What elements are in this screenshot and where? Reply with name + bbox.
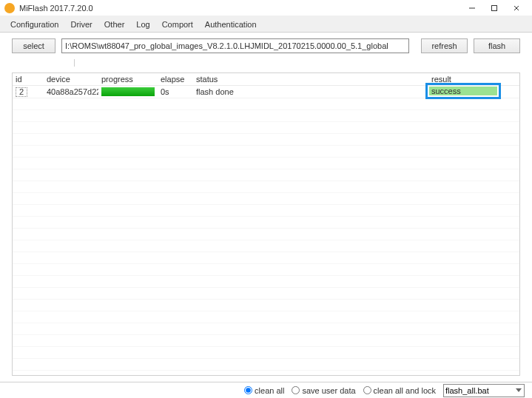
refresh-button[interactable]: refresh — [421, 38, 468, 53]
cell-status: flash done — [193, 86, 428, 98]
maximize-button[interactable] — [483, 1, 505, 15]
header-id[interactable]: id — [13, 73, 44, 85]
header-status[interactable]: status — [193, 73, 428, 85]
device-table: id device progress elapse status result … — [12, 72, 520, 376]
radio-clean-all-lock-label: clean all and lock — [374, 386, 436, 395]
menu-driver[interactable]: Driver — [64, 18, 98, 31]
cell-elapse: 0s — [158, 86, 193, 98]
radio-clean-all-lock[interactable]: clean all and lock — [363, 386, 436, 395]
radio-save-user-data[interactable]: save user data — [292, 386, 355, 395]
svg-rect-1 — [492, 5, 497, 10]
radio-clean-all-label: clean all — [255, 386, 284, 395]
cell-id: 2 — [13, 86, 44, 98]
header-progress[interactable]: progress — [98, 73, 158, 85]
header-device[interactable]: device — [44, 73, 98, 85]
menu-log[interactable]: Log — [130, 18, 155, 31]
menu-configuration[interactable]: Configuration — [4, 18, 64, 31]
flash-button[interactable]: flash — [474, 38, 520, 53]
cell-device: 40a88a257d22 — [44, 86, 98, 98]
separator-tick — [74, 59, 75, 67]
select-button[interactable]: select — [12, 38, 55, 53]
radio-save-user-data-label: save user data — [302, 386, 355, 395]
toolbar: select refresh flash — [0, 33, 532, 59]
separator — [0, 59, 532, 72]
bottom-bar: clean all save user data clean all and l… — [0, 382, 532, 398]
window-title: MiFlash 2017.7.20.0 — [19, 4, 461, 13]
bat-select[interactable] — [443, 384, 525, 397]
radio-clean-all-input[interactable] — [244, 386, 252, 394]
table-row[interactable]: 2 40a88a257d22 0s flash done success — [13, 86, 519, 98]
radio-clean-all[interactable]: clean all — [244, 386, 284, 395]
empty-rows — [13, 98, 519, 375]
result-highlight: success — [425, 83, 501, 99]
minimize-button[interactable] — [461, 1, 483, 15]
menu-bar: Configuration Driver Other Log Comport A… — [0, 16, 532, 33]
header-elapse[interactable]: elapse — [158, 73, 193, 85]
close-button[interactable] — [505, 1, 528, 15]
flash-mode-group: clean all save user data clean all and l… — [244, 386, 436, 395]
rom-path-input[interactable] — [61, 38, 409, 53]
radio-clean-all-lock-input[interactable] — [363, 386, 371, 394]
menu-authentication[interactable]: Authentication — [199, 18, 263, 31]
progress-bar — [101, 87, 155, 96]
title-bar: MiFlash 2017.7.20.0 — [0, 0, 532, 16]
cell-result: success — [428, 86, 505, 98]
app-icon — [4, 3, 15, 13]
cell-progress — [98, 86, 158, 98]
menu-other[interactable]: Other — [98, 18, 131, 31]
radio-save-user-data-input[interactable] — [292, 386, 300, 394]
result-value: success — [429, 87, 497, 95]
menu-comport[interactable]: Comport — [156, 18, 199, 31]
window-controls — [461, 1, 528, 15]
id-value: 2 — [16, 87, 27, 97]
bat-select-wrap — [443, 384, 525, 397]
